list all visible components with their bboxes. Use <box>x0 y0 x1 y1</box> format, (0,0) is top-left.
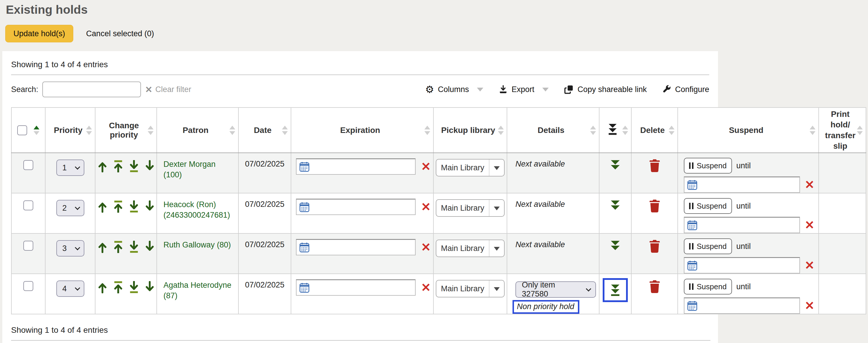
pickup-library-select[interactable]: Main Library <box>436 199 505 217</box>
header-delete[interactable]: Delete <box>631 108 678 153</box>
patron-link[interactable]: Ruth Galloway (80) <box>163 239 231 250</box>
clear-expiration-x-icon[interactable]: ✕ <box>421 161 431 172</box>
suspend-button[interactable]: Suspend <box>684 158 732 174</box>
configure-button[interactable]: Configure <box>662 85 709 94</box>
lowest-priority-icon[interactable] <box>610 283 621 297</box>
patron-link[interactable]: Dexter Morgan (100) <box>163 159 234 180</box>
move-down-icon[interactable] <box>145 200 155 213</box>
move-to-top-icon[interactable] <box>113 241 123 253</box>
toggle-lowest-icon[interactable] <box>610 199 621 211</box>
update-holds-button[interactable]: Update hold(s) <box>5 25 73 42</box>
header-suspend[interactable]: Suspend <box>678 108 819 153</box>
row-checkbox[interactable] <box>23 160 33 170</box>
header-priority-label: Priority <box>54 125 82 135</box>
clear-expiration-x-icon[interactable]: ✕ <box>421 282 431 293</box>
suspend-until-input[interactable] <box>700 221 797 230</box>
expiration-date-input[interactable] <box>312 162 412 171</box>
expiration-date-input[interactable] <box>312 202 412 211</box>
calendar-icon[interactable] <box>687 301 697 311</box>
copy-icon <box>564 84 574 94</box>
suspend-until-input[interactable] <box>700 301 797 310</box>
move-up-icon[interactable] <box>97 241 107 253</box>
move-to-bottom-icon[interactable] <box>129 160 139 172</box>
patron-link[interactable]: Agatha Heterodyne (87) <box>163 280 234 301</box>
suspend-button[interactable]: Suspend <box>684 279 732 294</box>
calendar-icon[interactable] <box>687 180 697 190</box>
cancel-selected-button[interactable]: Cancel selected (0) <box>86 29 154 38</box>
header-pickup-library[interactable]: Pickup library <box>433 108 507 153</box>
suspend-button[interactable]: Suspend <box>684 198 732 214</box>
clear-suspend-x-icon[interactable]: ✕ <box>805 219 814 231</box>
hold-date: 07/02/2025 <box>245 160 284 168</box>
export-button[interactable]: Export <box>498 85 549 94</box>
header-print-slip[interactable]: Print hold/ transfer slip <box>819 108 866 153</box>
clear-suspend-x-icon[interactable]: ✕ <box>805 179 814 191</box>
pickup-library-select[interactable]: Main Library <box>436 280 505 297</box>
priority-select[interactable]: 1 <box>56 160 84 176</box>
copy-shareable-link-button[interactable]: Copy shareable link <box>564 84 647 94</box>
select-chevron-icon <box>75 285 80 290</box>
pickup-library-select[interactable]: Main Library <box>436 239 505 257</box>
clear-expiration-x-icon[interactable]: ✕ <box>421 241 431 253</box>
calendar-icon[interactable] <box>300 283 309 293</box>
suspend-until-input[interactable] <box>700 261 797 270</box>
move-up-icon[interactable] <box>97 281 107 293</box>
search-input[interactable] <box>42 82 141 97</box>
calendar-icon[interactable] <box>300 202 309 212</box>
clear-suspend-x-icon[interactable]: ✕ <box>805 300 814 311</box>
header-pickup-library-label: Pickup library <box>441 125 495 135</box>
expiration-date-input[interactable] <box>312 243 412 252</box>
trash-icon[interactable] <box>648 239 661 254</box>
pickup-library-select[interactable]: Main Library <box>436 159 505 176</box>
header-patron[interactable]: Patron <box>157 108 239 153</box>
priority-select[interactable]: 3 <box>56 240 84 257</box>
header-priority[interactable]: Priority <box>45 108 95 153</box>
move-to-bottom-icon[interactable] <box>129 281 139 293</box>
calendar-icon[interactable] <box>687 220 697 230</box>
patron-link[interactable]: Heacock (Ron) (24633000247681) <box>163 199 234 221</box>
trash-icon[interactable] <box>648 199 661 213</box>
move-to-top-icon[interactable] <box>113 281 123 293</box>
clear-expiration-x-icon[interactable]: ✕ <box>421 201 431 213</box>
expiration-date-input[interactable] <box>312 283 412 292</box>
row-checkbox[interactable] <box>23 241 33 251</box>
move-up-icon[interactable] <box>97 160 107 172</box>
header-date[interactable]: Date <box>239 108 291 153</box>
row-checkbox[interactable] <box>23 200 33 210</box>
calendar-icon[interactable] <box>300 162 309 172</box>
priority-select[interactable]: 2 <box>56 200 84 216</box>
move-to-top-icon[interactable] <box>113 200 123 213</box>
suspend-until-input[interactable] <box>700 180 797 189</box>
select-all-checkbox[interactable] <box>17 125 27 135</box>
move-down-icon[interactable] <box>145 241 155 253</box>
header-expiration[interactable]: Expiration <box>291 108 433 153</box>
holds-table-card: Showing 1 to 4 of 4 entries Search: ✕ Cl… <box>2 51 718 343</box>
toggle-lowest-icon[interactable] <box>610 239 621 252</box>
header-lowest-priority[interactable] <box>599 108 631 153</box>
toggle-lowest-icon[interactable] <box>610 159 621 171</box>
header-change-priority[interactable]: Change priority <box>95 108 157 153</box>
columns-button[interactable]: ⚙ Columns <box>425 84 483 94</box>
move-down-icon[interactable] <box>145 160 155 172</box>
clear-filter-button[interactable]: ✕ Clear filter <box>145 84 191 95</box>
move-down-icon[interactable] <box>145 281 155 293</box>
row-checkbox[interactable] <box>23 281 33 291</box>
trash-icon[interactable] <box>648 279 661 294</box>
move-to-bottom-icon[interactable] <box>129 200 139 213</box>
header-row: Priority Change priority Patron Date <box>11 108 866 153</box>
print-slip-cell <box>819 233 866 274</box>
sort-control <box>622 125 628 135</box>
clear-suspend-x-icon[interactable]: ✕ <box>805 259 814 271</box>
header-details[interactable]: Details <box>507 108 599 153</box>
calendar-icon[interactable] <box>300 242 309 253</box>
sort-control <box>810 125 815 135</box>
trash-icon[interactable] <box>648 159 661 173</box>
move-up-icon[interactable] <box>97 200 107 213</box>
calendar-icon[interactable] <box>687 260 697 271</box>
suspend-button[interactable]: Suspend <box>684 238 732 254</box>
sort-control[interactable] <box>34 125 39 135</box>
move-to-top-icon[interactable] <box>113 160 123 172</box>
item-select[interactable]: Only item 327580 <box>516 281 596 298</box>
move-to-bottom-icon[interactable] <box>129 241 139 253</box>
priority-select[interactable]: 4 <box>56 281 84 297</box>
